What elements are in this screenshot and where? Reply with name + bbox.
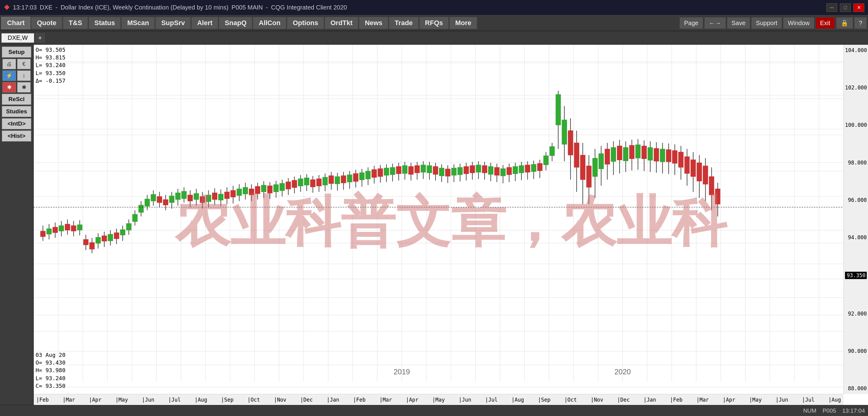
time-jan2: |Jan: [327, 397, 339, 403]
svg-rect-163: [402, 165, 407, 173]
svg-rect-93: [188, 195, 192, 201]
svg-rect-139: [329, 175, 334, 184]
trade-menu-button[interactable]: Trade: [389, 17, 419, 29]
svg-rect-207: [537, 163, 542, 171]
svg-rect-253: [679, 152, 683, 167]
allcon-menu-button[interactable]: AllCon: [253, 17, 286, 29]
print-icon[interactable]: 🖨: [2, 59, 16, 69]
time-aug3: |Aug: [829, 397, 841, 403]
setup-button[interactable]: Setup: [2, 46, 31, 58]
studies-button[interactable]: Studies: [2, 106, 31, 117]
page-button[interactable]: Page: [680, 17, 703, 29]
tools-icon[interactable]: ✱: [17, 82, 31, 93]
time-dec2: |Dec: [617, 397, 629, 403]
status-menu-button[interactable]: Status: [89, 17, 121, 29]
close-button[interactable]: ✕: [853, 3, 864, 12]
status-bar: NUM P005 13:17:04: [0, 405, 868, 416]
quote-menu-button[interactable]: Quote: [31, 17, 62, 29]
chart-menu-button[interactable]: Chart: [1, 17, 30, 29]
save-button[interactable]: Save: [727, 17, 750, 29]
exit-button[interactable]: Exit: [815, 17, 835, 29]
nav-button[interactable]: ←→: [704, 17, 726, 29]
rfqs-menu-button[interactable]: RFQs: [419, 17, 449, 29]
price-102: 102.000: [845, 85, 867, 91]
svg-rect-169: [421, 165, 426, 172]
svg-rect-259: [697, 163, 702, 181]
svg-rect-181: [458, 167, 463, 174]
svg-rect-193: [494, 167, 499, 175]
maximize-button[interactable]: □: [840, 3, 851, 12]
supsrv-menu-button[interactable]: SupSrv: [155, 17, 191, 29]
svg-rect-133: [310, 180, 315, 187]
help-button[interactable]: ?: [854, 17, 867, 29]
grid-line-h10: [34, 387, 868, 387]
snapq-menu-button[interactable]: SnapQ: [219, 17, 252, 29]
svg-text:2020: 2020: [615, 367, 631, 376]
svg-rect-213: [556, 94, 561, 125]
svg-rect-95: [194, 193, 198, 199]
svg-rect-231: [611, 147, 616, 161]
svg-rect-73: [126, 223, 131, 230]
svg-rect-211: [550, 147, 554, 156]
price-94: 94.000: [845, 234, 867, 241]
alert-menu-button[interactable]: Alert: [191, 17, 218, 29]
chart-area: O= 93.505 H= 93.815 L= 93.240 L= 93.350 …: [34, 45, 868, 405]
title-left: ❖ 13:17:03 DXE - Dollar Index (ICE), Wee…: [4, 4, 347, 12]
svg-rect-165: [409, 166, 413, 174]
window-button[interactable]: Window: [783, 17, 814, 29]
menu-bar: Chart Quote T&S Status MScan SupSrv Aler…: [0, 15, 868, 31]
svg-rect-121: [274, 184, 279, 192]
title-platform: CQG Integrated Client 2020: [271, 4, 347, 11]
time-apr2: |Apr: [406, 397, 418, 403]
time-may3: |May: [749, 397, 762, 403]
intd-button[interactable]: <IntD>: [2, 118, 31, 129]
svg-rect-83: [157, 196, 162, 202]
lock-button[interactable]: 🔒: [836, 17, 853, 29]
rescl-button[interactable]: ReScl: [2, 94, 31, 105]
current-price: 93.350: [845, 272, 867, 279]
svg-rect-57: [77, 225, 82, 230]
svg-rect-49: [53, 227, 58, 232]
support-button[interactable]: Support: [751, 17, 782, 29]
svg-rect-85: [163, 199, 168, 205]
ohlc-bottom-open: O= 93.430: [36, 359, 66, 366]
more-menu-button[interactable]: More: [449, 17, 477, 29]
tab-add-button[interactable]: +: [36, 33, 45, 42]
alert-icon[interactable]: ⚡: [2, 70, 16, 81]
svg-rect-59: [83, 239, 88, 245]
ts-menu-button[interactable]: T&S: [63, 17, 88, 29]
mscan-menu-button[interactable]: MScan: [121, 17, 155, 29]
title-description: Dollar Index (ICE), Weekly Continuation …: [61, 4, 229, 11]
svg-rect-113: [249, 189, 254, 195]
sidebar-icon-row-1: 🖨 €: [2, 59, 31, 69]
svg-rect-161: [396, 166, 401, 174]
minimize-button[interactable]: ─: [826, 3, 837, 12]
svg-rect-99: [206, 195, 211, 201]
tab-dxew[interactable]: DXE,W: [1, 33, 34, 43]
hist-button[interactable]: <Hist>: [2, 130, 31, 141]
time-sep2: |Sep: [538, 397, 551, 403]
ohlc-low2: L= 93.350: [36, 69, 66, 77]
app-icon: ❖: [4, 4, 10, 12]
news-menu-button[interactable]: News: [359, 17, 388, 29]
svg-rect-117: [261, 185, 266, 192]
sidebar: Setup 🖨 € ⚡ ↕ ✱ ✱ ReScl Studies <IntD> <…: [0, 45, 34, 405]
svg-rect-129: [298, 179, 303, 186]
svg-rect-149: [360, 172, 365, 180]
time-jul1: |Jul: [168, 397, 181, 403]
ohlc-bottom-low: L= 93.240: [36, 374, 66, 382]
currency-icon[interactable]: €: [17, 59, 31, 69]
svg-rect-79: [145, 199, 150, 206]
ohlc-top: O= 93.505 H= 93.815 L= 93.240 L= 93.350 …: [36, 46, 66, 85]
svg-rect-249: [666, 150, 671, 162]
ordtkt-menu-button[interactable]: OrdTkt: [324, 17, 358, 29]
options-menu-button[interactable]: Options: [287, 17, 324, 29]
svg-rect-257: [691, 160, 696, 177]
arrow-icon[interactable]: ↕: [17, 70, 31, 81]
svg-rect-195: [500, 168, 505, 176]
time-aug2: |Aug: [512, 397, 524, 403]
svg-rect-47: [46, 228, 52, 234]
ohlc-bottom-high: H= 93.980: [36, 366, 66, 374]
time-labels-row: |Feb |Mar |Apr |May |Jun |Jul |Aug |Sep …: [36, 397, 841, 403]
star-icon[interactable]: ✱: [2, 82, 16, 93]
